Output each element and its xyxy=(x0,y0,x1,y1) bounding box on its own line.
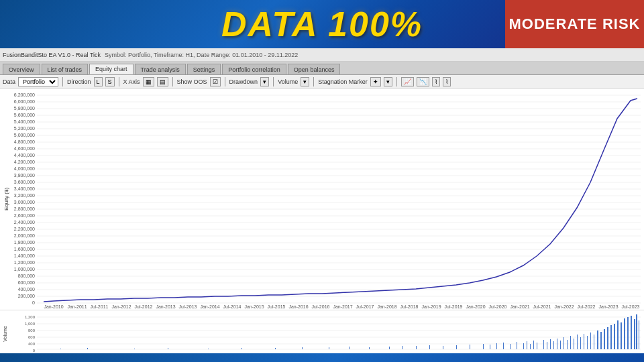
svg-rect-119 xyxy=(402,346,403,349)
svg-text:2,800,000: 2,800,000 xyxy=(14,206,35,211)
svg-text:Jul-2022: Jul-2022 xyxy=(578,304,596,309)
svg-rect-121 xyxy=(429,345,430,349)
risk-badge: MODERATE RISK xyxy=(505,0,644,48)
date-range-text: 2010 >> 2023 xyxy=(147,359,288,363)
svg-text:Jul-2023: Jul-2023 xyxy=(622,304,640,309)
svg-rect-122 xyxy=(443,346,443,349)
svg-text:2,000,000: 2,000,000 xyxy=(14,233,35,238)
direction-s-button[interactable]: S xyxy=(105,77,115,86)
svg-rect-112 xyxy=(241,348,242,349)
svg-text:2,200,000: 2,200,000 xyxy=(14,227,35,231)
svg-text:Jul-2011: Jul-2011 xyxy=(91,304,109,309)
svg-rect-155 xyxy=(607,327,608,349)
svg-rect-143 xyxy=(567,340,568,349)
toolbar: Data Portfolio Direction L S X Axis ▦ ▤ … xyxy=(0,75,644,88)
tab-portfolio-correlation[interactable]: Portfolio correlation xyxy=(222,64,286,74)
svg-text:Jan-2017: Jan-2017 xyxy=(333,304,352,309)
svg-text:5,800,000: 5,800,000 xyxy=(14,106,35,111)
svg-text:Jan-2018: Jan-2018 xyxy=(377,304,396,309)
chart-icon-btn3[interactable]: ⌇ xyxy=(432,77,440,86)
svg-rect-109 xyxy=(134,349,135,349)
svg-rect-153 xyxy=(600,332,602,349)
svg-rect-165 xyxy=(639,320,639,349)
svg-text:Jul-2019: Jul-2019 xyxy=(445,304,463,309)
svg-rect-110 xyxy=(168,348,168,349)
volume-button[interactable]: ▾ xyxy=(301,77,309,86)
volume-chart: 1,200 1,000 800 600 400 0 Volume xyxy=(0,310,644,353)
tab-list-of-trades[interactable]: List of trades xyxy=(42,64,89,74)
svg-rect-116 xyxy=(349,347,350,349)
volume-area: 1,200 1,000 800 600 400 0 Volume xyxy=(0,310,644,353)
stagnation-btn2[interactable]: ▾ xyxy=(384,77,392,86)
app-bar: FusionBanditSto EA V1.0 - Real Tick Symb… xyxy=(0,48,644,62)
separator-5 xyxy=(273,77,274,86)
svg-rect-115 xyxy=(329,347,329,349)
svg-text:Jul-2016: Jul-2016 xyxy=(312,304,330,309)
tab-trade-analysis[interactable]: Trade analysis xyxy=(135,64,186,74)
svg-text:Jul-2020: Jul-2020 xyxy=(489,304,507,309)
svg-rect-144 xyxy=(570,336,571,349)
svg-rect-126 xyxy=(490,345,490,349)
separator-6 xyxy=(313,77,314,86)
equity-chart: 6,200,000 6,000,000 5,800,000 5,600,000 … xyxy=(0,88,644,310)
chart-icon-btn2[interactable]: 📉 xyxy=(417,77,429,86)
svg-text:4,800,000: 4,800,000 xyxy=(14,139,35,144)
separator-4 xyxy=(225,77,225,86)
svg-text:1,800,000: 1,800,000 xyxy=(14,240,35,245)
svg-text:400: 400 xyxy=(28,342,36,346)
svg-text:3,400,000: 3,400,000 xyxy=(14,186,35,191)
svg-text:3,200,000: 3,200,000 xyxy=(14,193,35,198)
svg-text:Jan-2011: Jan-2011 xyxy=(67,304,87,309)
tab-equity-chart[interactable]: Equity chart xyxy=(89,64,133,74)
svg-text:4,600,000: 4,600,000 xyxy=(14,146,35,151)
svg-rect-142 xyxy=(564,337,564,349)
svg-rect-138 xyxy=(550,339,551,349)
svg-text:Jul-2018: Jul-2018 xyxy=(400,304,419,309)
showoos-button[interactable]: ☑ xyxy=(210,77,221,86)
svg-rect-161 xyxy=(627,317,629,349)
data-dropdown[interactable]: Portfolio xyxy=(18,77,58,86)
svg-rect-141 xyxy=(560,341,561,349)
svg-text:Jan-2013: Jan-2013 xyxy=(156,304,175,309)
xaxis-button[interactable]: ▦ xyxy=(143,77,154,86)
svg-rect-130 xyxy=(517,342,517,349)
tab-overview[interactable]: Overview xyxy=(3,64,40,74)
svg-text:6,000,000: 6,000,000 xyxy=(14,99,35,104)
svg-rect-154 xyxy=(604,329,605,349)
svg-text:3,000,000: 3,000,000 xyxy=(14,200,35,204)
xaxis-btn2[interactable]: ▤ xyxy=(157,77,168,86)
chart-icon-btn1[interactable]: 📈 xyxy=(401,77,414,86)
svg-text:Jan-2022: Jan-2022 xyxy=(554,304,574,309)
svg-text:Jan-2021: Jan-2021 xyxy=(510,304,529,309)
volume-label: Volume xyxy=(278,78,298,85)
svg-rect-139 xyxy=(553,341,554,349)
svg-text:200,000: 200,000 xyxy=(18,294,35,298)
svg-rect-132 xyxy=(527,341,527,349)
svg-rect-118 xyxy=(389,347,390,349)
svg-rect-128 xyxy=(503,343,504,349)
direction-l-button[interactable]: L xyxy=(94,77,103,86)
chart-icon-btn4[interactable]: ⌇ xyxy=(443,77,451,86)
tab-open-balances[interactable]: Open balances xyxy=(288,64,341,74)
svg-rect-145 xyxy=(574,339,574,349)
svg-rect-137 xyxy=(547,342,547,349)
svg-rect-140 xyxy=(557,339,557,349)
tab-settings[interactable]: Settings xyxy=(187,64,221,74)
svg-text:5,600,000: 5,600,000 xyxy=(14,113,35,117)
svg-rect-163 xyxy=(634,319,635,349)
svg-text:Jan-2012: Jan-2012 xyxy=(111,304,131,309)
svg-text:1,000,000: 1,000,000 xyxy=(14,267,35,272)
svg-rect-159 xyxy=(621,322,622,349)
drawdown-button[interactable]: ▾ xyxy=(260,77,269,86)
svg-rect-107 xyxy=(60,349,61,349)
svg-rect-135 xyxy=(537,343,537,349)
stagnation-button[interactable]: ✦ xyxy=(370,77,381,86)
svg-rect-0 xyxy=(0,88,644,310)
svg-rect-111 xyxy=(208,349,209,349)
svg-rect-113 xyxy=(275,348,276,349)
svg-rect-114 xyxy=(302,347,303,349)
svg-rect-147 xyxy=(580,337,581,349)
risk-text: MODERATE RISK xyxy=(509,15,641,33)
svg-text:Jan-2014: Jan-2014 xyxy=(200,304,219,309)
svg-text:Volume: Volume xyxy=(3,326,7,341)
